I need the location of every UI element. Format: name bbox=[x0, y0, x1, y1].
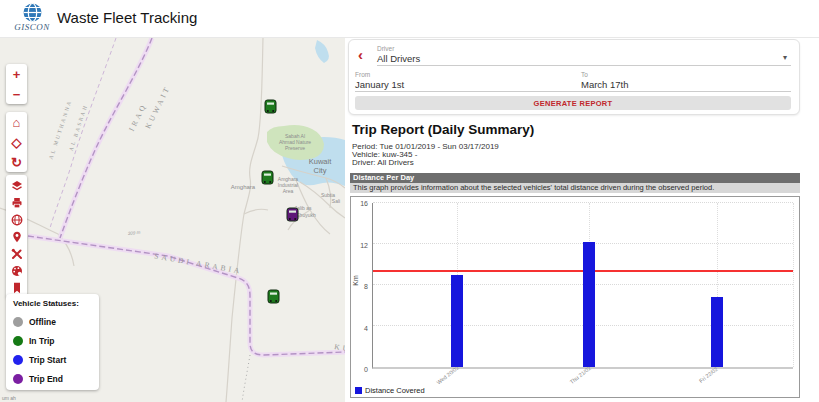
palette-icon[interactable] bbox=[6, 262, 27, 279]
legend-item-trip-start: Trip Start bbox=[13, 350, 99, 369]
chart-legend-label: Distance Covered bbox=[365, 386, 425, 395]
map-label-kuwait-city-1: Kuwait bbox=[309, 157, 332, 166]
chart-bar bbox=[583, 242, 595, 367]
chart-section-description: This graph provides information about th… bbox=[350, 183, 800, 193]
offline-status-dot bbox=[13, 317, 23, 327]
map-label-sali: Sali bbox=[332, 198, 340, 204]
trip-end-status-dot bbox=[13, 374, 23, 384]
refresh-icon[interactable]: ↻ bbox=[6, 152, 27, 172]
map-tool-controls bbox=[6, 175, 27, 298]
map-viewport[interactable]: AL MUTHANNA AL BASRAH IRAQ KUWAIT SAUDI … bbox=[0, 38, 345, 402]
locate-icon[interactable]: ◇ bbox=[6, 132, 27, 152]
legend-item-label: Trip End bbox=[29, 374, 63, 384]
page-title: Waste Fleet Tracking bbox=[57, 9, 197, 26]
map-label-scale: 309 m bbox=[128, 230, 141, 236]
legend-item-label: Offline bbox=[29, 317, 56, 327]
v-gridline bbox=[793, 203, 794, 367]
globe-icon[interactable] bbox=[6, 211, 27, 228]
h-gridline bbox=[373, 202, 793, 203]
logo-text: GISCON bbox=[10, 23, 54, 32]
chart-bar bbox=[711, 297, 723, 367]
header-bar: GISCON Waste Fleet Tracking bbox=[0, 0, 819, 38]
legend-item-offline: Offline bbox=[13, 312, 99, 331]
chart-plot bbox=[372, 203, 793, 369]
legend-item-in-trip: In Trip bbox=[13, 331, 99, 350]
map-label-kuwait-edge: KUWAIT bbox=[334, 342, 345, 358]
map-attribution: um ah bbox=[2, 395, 16, 401]
vehicle-marker[interactable] bbox=[267, 289, 280, 304]
print-icon[interactable] bbox=[6, 194, 27, 211]
from-date-input[interactable]: January 1st bbox=[355, 79, 404, 90]
map-label-jalib-2: Shuyukh bbox=[296, 212, 316, 218]
report-panel: ‹ Driver All Drivers ▾ From January 1st … bbox=[345, 38, 819, 402]
report-driver: Driver: All Drivers bbox=[352, 158, 414, 167]
vehicle-marker[interactable] bbox=[261, 170, 274, 185]
legend-title: Vehicle Statuses: bbox=[13, 299, 99, 308]
globe-logo-icon bbox=[22, 2, 43, 23]
date-fields-underline bbox=[355, 91, 791, 92]
chart-bar bbox=[451, 275, 463, 367]
vehicle-marker[interactable] bbox=[286, 207, 299, 222]
tools-icon[interactable] bbox=[6, 245, 27, 262]
driver-select[interactable]: All Drivers bbox=[377, 53, 420, 64]
report-title: Trip Report (Daily Summary) bbox=[352, 122, 534, 137]
layers-icon[interactable] bbox=[6, 177, 27, 194]
map-zoom-controls: + − bbox=[6, 64, 27, 104]
driver-field-underline bbox=[377, 65, 791, 66]
distance-per-day-chart: Km 0481216 Wed 20/02Thu 21/02Fri 22/02 D… bbox=[350, 196, 800, 398]
to-date-input[interactable]: March 17th bbox=[581, 79, 629, 90]
map-label-amghara: Amghara bbox=[231, 184, 256, 190]
chart-section-header: Distance Per Day bbox=[350, 173, 800, 183]
in-trip-status-dot bbox=[13, 336, 23, 346]
legend-item-label: Trip Start bbox=[29, 355, 66, 365]
map-label-kuwait-city-2: City bbox=[314, 166, 327, 175]
chart-legend: Distance Covered bbox=[355, 386, 425, 395]
y-tick-label: 12 bbox=[360, 241, 368, 248]
zoom-out-icon[interactable]: − bbox=[6, 84, 27, 104]
map-label-amghara-ind-3: Area bbox=[283, 188, 294, 194]
trip-start-status-dot bbox=[13, 355, 23, 365]
location-pin-icon[interactable] bbox=[6, 228, 27, 245]
chevron-down-icon[interactable]: ▾ bbox=[783, 53, 787, 62]
home-icon[interactable]: ⌂ bbox=[6, 112, 27, 132]
from-field-label: From bbox=[355, 71, 370, 78]
zoom-in-icon[interactable]: + bbox=[6, 64, 27, 84]
legend-item-trip-end: Trip End bbox=[13, 369, 99, 388]
map-water-inlet bbox=[315, 40, 329, 63]
vehicle-marker[interactable] bbox=[264, 99, 277, 114]
y-axis: 0481216 bbox=[351, 203, 370, 369]
generate-report-button[interactable]: GENERATE REPORT bbox=[355, 96, 791, 110]
map-label-preserve-3: Preserve bbox=[285, 145, 305, 151]
vehicle-statuses-legend: Vehicle Statuses: Offline In Trip Trip S… bbox=[6, 294, 99, 390]
x-axis-labels: Wed 20/02Thu 21/02Fri 22/02 bbox=[372, 370, 793, 386]
legend-swatch bbox=[355, 387, 362, 394]
giscon-logo: GISCON bbox=[10, 2, 54, 32]
y-tick-label: 4 bbox=[364, 324, 368, 331]
map-nav-controls: ⌂ ◇ ↻ bbox=[6, 112, 27, 172]
legend-item-label: In Trip bbox=[29, 336, 55, 346]
map-label-saudi-arabia: SAUDI ARABIA bbox=[154, 251, 243, 275]
app-window: GISCON Waste Fleet Tracking bbox=[0, 0, 819, 402]
driver-field-label: Driver bbox=[377, 45, 394, 52]
y-tick-label: 8 bbox=[364, 283, 368, 290]
report-filter-card: ‹ Driver All Drivers ▾ From January 1st … bbox=[348, 39, 800, 115]
to-field-label: To bbox=[581, 71, 588, 78]
back-chevron-icon[interactable]: ‹ bbox=[358, 48, 363, 62]
y-tick-label: 0 bbox=[364, 366, 368, 373]
y-tick-label: 16 bbox=[360, 200, 368, 207]
